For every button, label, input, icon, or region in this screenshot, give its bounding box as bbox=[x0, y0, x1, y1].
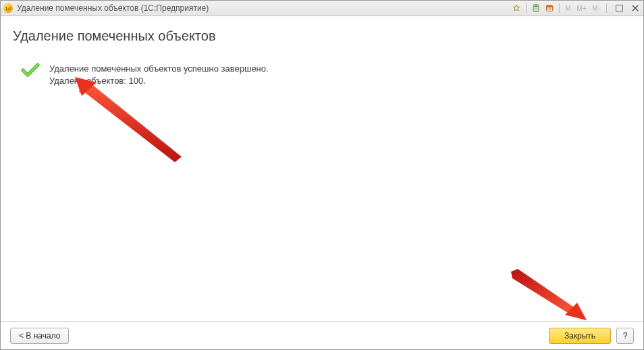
titlebar-toolbar: 31 M M+ M- bbox=[511, 3, 641, 14]
app-icon: 1c bbox=[3, 3, 13, 13]
memory-m-minus-label[interactable]: M- bbox=[591, 5, 602, 12]
svg-rect-1 bbox=[535, 6, 538, 7]
calculator-icon[interactable] bbox=[531, 3, 541, 14]
svg-point-4 bbox=[535, 9, 535, 10]
success-line-1: Удаление помеченных объектов успешно зав… bbox=[49, 63, 269, 75]
close-button[interactable]: Закрыть bbox=[549, 328, 611, 344]
svg-marker-10 bbox=[79, 81, 182, 162]
favorites-icon[interactable] bbox=[511, 3, 522, 14]
window: 1c Удаление помеченных объектов (1С:Пред… bbox=[0, 0, 644, 350]
content-area: Удаление помеченных объектов Удаление по… bbox=[1, 16, 643, 321]
success-line-2: Удалено объектов: 100. bbox=[49, 75, 269, 87]
maximize-icon[interactable] bbox=[614, 3, 624, 13]
window-title: Удаление помеченных объектов (1С:Предпри… bbox=[17, 3, 209, 13]
svg-marker-12 bbox=[511, 269, 577, 316]
memory-m-plus-label[interactable]: M+ bbox=[575, 5, 588, 12]
titlebar: 1c Удаление помеченных объектов (1С:Пред… bbox=[1, 1, 643, 16]
success-message: Удаление помеченных объектов успешно зав… bbox=[21, 63, 631, 86]
close-icon[interactable] bbox=[630, 3, 641, 13]
svg-rect-9 bbox=[616, 5, 622, 11]
footer: < В начало Закрыть ? bbox=[1, 321, 643, 349]
svg-point-2 bbox=[535, 8, 535, 9]
success-text: Удаление помеченных объектов успешно зав… bbox=[49, 63, 269, 86]
help-button[interactable]: ? bbox=[616, 328, 634, 344]
svg-text:31: 31 bbox=[548, 7, 552, 11]
svg-point-3 bbox=[537, 8, 537, 9]
calendar-icon[interactable]: 31 bbox=[544, 3, 555, 14]
svg-point-5 bbox=[537, 9, 537, 10]
svg-marker-13 bbox=[565, 303, 587, 320]
memory-m-label[interactable]: M bbox=[564, 5, 572, 12]
page-title: Удаление помеченных объектов bbox=[13, 28, 631, 44]
back-button[interactable]: < В начало bbox=[10, 328, 69, 344]
annotation-arrow-bottom bbox=[507, 268, 588, 326]
annotation-arrow-top bbox=[74, 76, 188, 164]
checkmark-icon bbox=[21, 63, 40, 78]
